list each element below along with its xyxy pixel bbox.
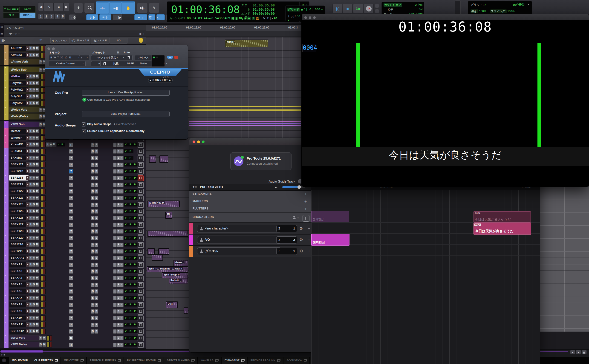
record-enable-button[interactable] xyxy=(26,101,29,105)
solo-button[interactable]: S xyxy=(32,262,36,267)
send-s1[interactable]: S xyxy=(91,196,95,200)
record-enable-button[interactable] xyxy=(26,189,29,193)
output-window-button[interactable] xyxy=(138,209,144,214)
io-s[interactable]: S xyxy=(117,189,120,194)
mute-button[interactable]: M xyxy=(35,216,39,220)
track-color-strip[interactable]: ▾ xyxy=(4,341,8,348)
record-enable-button[interactable] xyxy=(26,74,29,79)
mute-button[interactable]: M xyxy=(43,342,46,347)
plugin-selector[interactable]: CuePro-Connect▼ xyxy=(49,61,86,66)
main-counter[interactable]: 01:00:36:08 xyxy=(171,3,240,16)
io-i[interactable]: i xyxy=(113,249,117,254)
io-s[interactable]: S xyxy=(117,316,120,320)
character-row[interactable]: ダニエル Σ1 ⚙ ＋ xyxy=(189,246,311,257)
track-row[interactable]: ▾SSFX127 I S M 7S Si S ♀ V P P xyxy=(0,221,146,228)
track-name[interactable]: sFoley Sub xyxy=(9,67,40,72)
dock-tab-acoustica[interactable]: ACOUSTICA xyxy=(284,357,310,364)
mirror-midi-button[interactable]: ▽→ xyxy=(148,14,155,20)
io-i[interactable]: i xyxy=(113,196,117,200)
channel-format[interactable]: L ▼ xyxy=(164,62,168,65)
output-window-button[interactable] xyxy=(138,229,144,234)
waveform-zoom-button[interactable]: ∿ xyxy=(44,2,54,11)
io-mic[interactable]: ♀ xyxy=(120,296,124,300)
track-row[interactable]: ▾SSFXA8 I S M 7S Si S ♀ V P P xyxy=(0,301,146,308)
track-color-strip[interactable]: ▾ xyxy=(4,188,8,195)
shield-icon[interactable] xyxy=(139,38,143,43)
solo-button[interactable]: S xyxy=(39,68,43,72)
io-mic[interactable]: ♀ xyxy=(120,249,124,254)
solo-button[interactable]: S xyxy=(32,309,36,313)
mute-button[interactable]: M xyxy=(35,53,39,57)
io-mic[interactable]: ♀ xyxy=(120,162,124,167)
input-monitor-button[interactable]: I xyxy=(29,296,33,300)
solo-button[interactable]: S xyxy=(32,269,36,273)
record-enable-button[interactable] xyxy=(26,142,29,147)
track-row[interactable]: ▾SSFX122 I S M 7S Si S ♀ V P P xyxy=(0,188,146,195)
solo-button[interactable]: S xyxy=(32,202,36,207)
input-monitor-button[interactable]: I xyxy=(29,216,33,220)
playlist-badge[interactable]: 7 xyxy=(69,223,73,227)
solo-button[interactable]: S xyxy=(32,101,36,105)
playlist-badge[interactable]: 7 xyxy=(69,202,73,207)
vpp-indicators[interactable]: V P P xyxy=(124,209,138,213)
character-row[interactable]: VO Σ2 ⚙ ＋ xyxy=(189,234,311,246)
input-monitor-button[interactable]: I xyxy=(29,329,33,333)
track-color-strip[interactable]: ▾ xyxy=(4,175,8,181)
io-i[interactable]: i xyxy=(113,216,117,220)
section-streamers[interactable]: STREAMERS＋ xyxy=(189,191,311,198)
playlist-badge[interactable]: 7 xyxy=(69,156,73,160)
send-s2[interactable]: S xyxy=(95,243,98,247)
mute-button[interactable]: M xyxy=(35,101,39,105)
link-edit-selection-button[interactable]: ↕·‖· xyxy=(86,14,98,20)
record-enable-button[interactable] xyxy=(26,136,29,140)
input-monitor-button[interactable]: I xyxy=(29,256,33,260)
send-s1[interactable]: S xyxy=(91,182,95,187)
send-s1[interactable]: S xyxy=(91,309,95,314)
input-monitor-button[interactable]: I xyxy=(29,149,33,153)
record-enable-button[interactable] xyxy=(26,322,29,327)
output-window-button[interactable] xyxy=(138,269,144,274)
track-color-strip[interactable]: ▾ xyxy=(4,168,8,175)
io-i[interactable]: i xyxy=(113,149,117,154)
dock-tab-dynassist[interactable]: DYNASSIST xyxy=(222,357,247,364)
solo-button[interactable]: S xyxy=(32,316,36,320)
io-i[interactable]: i xyxy=(113,336,117,340)
record-enable-button[interactable] xyxy=(26,216,29,220)
vpp-indicators[interactable]: V P P xyxy=(124,296,138,300)
audio-clip[interactable]: audier xyxy=(225,39,268,47)
send-s2[interactable]: S xyxy=(95,276,98,280)
solo-button[interactable]: S xyxy=(32,242,36,247)
solo-button[interactable]: S xyxy=(32,74,36,79)
selection-values[interactable]: 01:00:36:0801:00:36:0800:00:00:00 xyxy=(253,3,275,16)
io-mic[interactable]: ♀ xyxy=(120,336,124,340)
mute-button[interactable]: M xyxy=(35,269,39,273)
solo-button[interactable]: S xyxy=(32,189,36,193)
io-mic[interactable]: ♀ xyxy=(120,229,124,234)
mute-button[interactable]: M xyxy=(35,262,39,267)
io-i[interactable]: i xyxy=(113,316,117,320)
io-s[interactable]: S xyxy=(117,329,120,334)
zoom-preset-2[interactable]: 2 xyxy=(44,13,49,19)
input-monitor-button[interactable]: I xyxy=(29,142,33,147)
io-mic[interactable]: ♀ xyxy=(120,323,124,327)
track-name[interactable]: sSFX Sub xyxy=(9,122,40,127)
transport-extra-top[interactable] xyxy=(375,4,379,8)
dock-tab-wavelab[interactable]: WAVELAB xyxy=(198,357,221,364)
meter-row[interactable]: 拍子 4/4 xyxy=(384,8,423,12)
launch-cuepro-button[interactable]: Launch Cue Pro Application xyxy=(82,90,170,96)
input-monitor-button[interactable]: I xyxy=(29,189,33,193)
solo-button[interactable]: S xyxy=(32,289,36,293)
track-color-strip[interactable]: ▾ xyxy=(4,201,8,208)
audio-clip[interactable]: Dist xyxy=(166,301,178,308)
mode-shuffle-button[interactable]: SHUFFLE xyxy=(3,7,20,13)
track-row[interactable]: ▾XtremFX I S M i o M V PFS Si S ♀ V P P xyxy=(0,141,146,148)
strength-swing-row[interactable]: 強さ: 100% スウィング: 100% xyxy=(470,9,530,13)
io-mic[interactable]: ♀ xyxy=(120,289,124,294)
io-s[interactable]: S xyxy=(117,169,120,174)
send-s2[interactable]: S xyxy=(95,289,98,294)
playlist-badge[interactable]: 7 xyxy=(69,249,73,254)
input-monitor-button[interactable]: I xyxy=(29,302,33,307)
dock-tab-midi-editor[interactable]: MIDI EDITOR xyxy=(9,357,31,364)
io-mic[interactable]: ♀ xyxy=(120,143,124,147)
mute-button[interactable]: M xyxy=(35,209,39,213)
